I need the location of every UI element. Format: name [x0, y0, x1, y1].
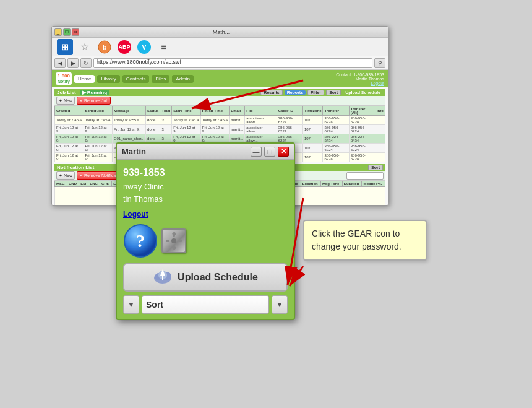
nav-files[interactable]: Files [152, 75, 169, 83]
browser-toolbar: ◀ ▶ ↻ https://www.1800notify.com/ac.swf … [52, 56, 388, 70]
col-transfer-alt: Transfer (Alt) [349, 106, 375, 116]
panel-logout-link[interactable]: Logout [123, 210, 288, 219]
svg-text:b: b [103, 43, 107, 51]
col-status: Status [146, 106, 160, 116]
col-start: Start Time [172, 106, 200, 116]
job-list-title: Job List [57, 90, 76, 95]
browser-minimize-btn[interactable]: _ [54, 28, 62, 36]
notification-list-title: Notification List [57, 165, 94, 170]
col-msg: MSG [55, 181, 67, 187]
browser-icons-bar: ⊞ ☆ b ABP V ≡ [52, 38, 388, 56]
col-msg-tone: Msg Tone [320, 181, 342, 187]
col-tz: Timezone [302, 106, 323, 116]
callout-box: Click the GEAR icon to change your passw… [303, 220, 427, 261]
results-btn[interactable]: Results [260, 90, 282, 95]
bobrowser-icon[interactable]: b [97, 39, 113, 55]
browser-close-btn[interactable]: × [72, 28, 79, 36]
nav-contacts[interactable]: Contacts [122, 75, 150, 83]
sort-row: ▼ Sort ▼ [123, 295, 288, 314]
app-logout[interactable]: Logout [336, 81, 384, 85]
svg-rect-8 [178, 240, 182, 242]
svg-text:?: ? [136, 230, 145, 251]
float-panel-body: 939-1853 nway Clinic tin Thomas Logout ? [117, 160, 294, 319]
notification-search[interactable] [346, 172, 384, 180]
col-transfer: Transfer [323, 106, 349, 116]
logo-line1: 1·800 [58, 73, 70, 79]
col-dnd: DND [67, 181, 79, 187]
vimeo-icon[interactable]: V [136, 39, 152, 55]
forward-btn[interactable]: ▶ [67, 58, 79, 68]
cloud-upload-icon [153, 267, 173, 288]
panel-name: tin Thomas [123, 193, 288, 206]
menu-icon[interactable]: ≡ [156, 39, 172, 55]
col-scheduled: Scheduled [84, 106, 113, 116]
new-notification-btn[interactable]: ✦ New [56, 171, 75, 180]
svg-point-4 [171, 238, 176, 243]
job-status-badge: ▶ Running [80, 90, 109, 95]
float-panel-close[interactable]: ✕ [278, 147, 289, 157]
col-location: Location [301, 181, 320, 187]
gear-icon-button[interactable] [161, 228, 186, 253]
float-panel-titlebar: Martin — □ ✕ [117, 144, 294, 160]
app-contact-info: Contact: 1-800-939-1853 Martin Thomas Lo… [336, 72, 384, 85]
browser-maximize-btn[interactable]: □ [63, 28, 71, 36]
col-enc: ENC [88, 181, 100, 187]
col-duration: Duration [342, 181, 362, 187]
sort-notification-btn[interactable]: Sort [368, 165, 383, 170]
browser-title: Math... [79, 29, 363, 35]
table-row[interactable]: Today at 7:45 AToday at 7:45 AToday at 9… [55, 116, 385, 125]
table-row[interactable]: Fri, Jun 12 at 9:Fri, Jun 12 at 9:Fri, J… [55, 125, 385, 134]
filter-btn[interactable]: Filter [307, 90, 324, 95]
abp-icon[interactable]: ABP [116, 39, 132, 55]
sort-btn[interactable]: Sort [326, 90, 341, 95]
col-total: Total [160, 106, 172, 116]
browser-window-controls: _ □ × [54, 28, 79, 36]
sort-arrow-left[interactable]: ▼ [123, 295, 139, 314]
col-crr: CRR [100, 181, 112, 187]
sort-label: Sort [146, 300, 163, 310]
col-created: Created [55, 106, 84, 116]
gear-svg [165, 232, 182, 250]
sort-arrow-right[interactable]: ▼ [272, 295, 288, 314]
col-callerid: Caller ID [277, 106, 302, 116]
sort-select[interactable]: Sort [142, 295, 269, 314]
app-header: 1·800 Notify Home Library Contacts Files… [52, 70, 388, 87]
refresh-btn[interactable]: ↻ [80, 58, 92, 68]
help-gear-row: ? [123, 224, 288, 258]
float-panel-maximize[interactable]: □ [264, 147, 275, 157]
back-btn[interactable]: ◀ [54, 58, 66, 68]
running-icon: ▶ [82, 90, 86, 95]
panel-contact-info: 939-1853 nway Clinic tin Thomas [123, 165, 288, 206]
browser-titlebar: _ □ × Math... [52, 27, 388, 38]
col-message: Message [113, 106, 146, 116]
job-list-header: Job List ▶ Running Results Reports Filte… [54, 89, 385, 96]
cloud-icon-svg [153, 267, 173, 284]
float-panel-minimize[interactable]: — [251, 147, 262, 157]
float-panel: Martin — □ ✕ 939-1853 nway Clinic tin Th… [116, 142, 295, 320]
nav-home[interactable]: Home [74, 75, 95, 83]
remove-job-btn[interactable]: ✕ Remove Job [77, 97, 111, 105]
upload-schedule-button[interactable]: Upload Schedule [123, 263, 288, 292]
address-bar[interactable]: https://www.1800notify.com/ac.swf [93, 58, 372, 68]
job-list-toolbar: ✦ New ✕ Remove Job [54, 96, 385, 106]
col-file: File [245, 106, 277, 116]
app-logo: 1·800 Notify [56, 72, 72, 85]
col-finish: Finish Time [200, 106, 229, 116]
col-info: Info [375, 106, 385, 116]
panel-phone: 939-1853 [123, 165, 288, 181]
upload-schedule-label: Upload Schedule [178, 272, 258, 283]
search-btn[interactable]: ⚲ [374, 58, 385, 68]
upload-schedule-btn-header[interactable]: Upload Schedule [343, 90, 383, 95]
star-icon[interactable]: ☆ [77, 39, 93, 55]
nav-library[interactable]: Library [97, 75, 119, 83]
panel-company: nway Clinic [123, 181, 288, 194]
new-job-btn[interactable]: ✦ New [56, 97, 75, 105]
help-icon: ? [123, 224, 158, 258]
reports-btn[interactable]: Reports [285, 90, 306, 95]
col-em: EM [79, 181, 88, 187]
nav-admin[interactable]: Admin [172, 75, 194, 83]
windows-icon[interactable]: ⊞ [57, 39, 73, 55]
col-email: Email [230, 106, 245, 116]
svg-rect-7 [166, 240, 169, 242]
float-panel-title: Martin [122, 147, 146, 156]
